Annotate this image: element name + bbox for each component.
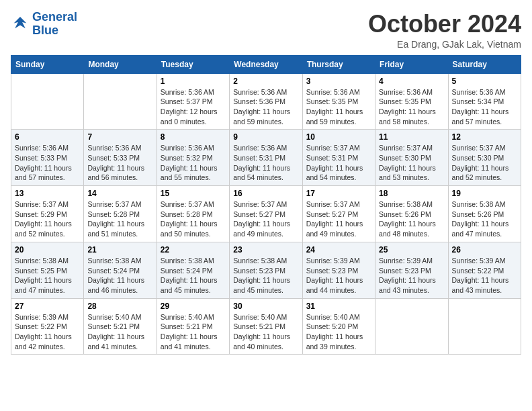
- day-number: 8: [161, 132, 226, 142]
- day-info: Sunrise: 5:37 AM Sunset: 5:27 PM Dayligh…: [306, 199, 371, 239]
- day-info: Sunrise: 5:37 AM Sunset: 5:31 PM Dayligh…: [306, 143, 371, 183]
- day-cell: 7Sunrise: 5:36 AM Sunset: 5:33 PM Daylig…: [84, 130, 157, 186]
- day-cell: 21Sunrise: 5:38 AM Sunset: 5:24 PM Dayli…: [84, 242, 157, 298]
- page-header: General Blue October 2024 Ea Drang, GJak…: [11, 11, 521, 50]
- day-info: Sunrise: 5:36 AM Sunset: 5:36 PM Dayligh…: [233, 87, 298, 127]
- day-info: Sunrise: 5:40 AM Sunset: 5:21 PM Dayligh…: [233, 312, 298, 352]
- day-info: Sunrise: 5:39 AM Sunset: 5:22 PM Dayligh…: [452, 256, 517, 295]
- day-cell: 13Sunrise: 5:37 AM Sunset: 5:29 PM Dayli…: [11, 186, 84, 242]
- day-number: 30: [233, 302, 298, 311]
- location: Ea Drang, GJak Lak, Vietnam: [368, 39, 521, 50]
- day-cell: 6Sunrise: 5:36 AM Sunset: 5:33 PM Daylig…: [11, 130, 84, 186]
- day-info: Sunrise: 5:39 AM Sunset: 5:23 PM Dayligh…: [379, 256, 444, 295]
- day-cell: [375, 298, 448, 355]
- day-number: 25: [379, 245, 444, 255]
- day-number: 20: [15, 245, 80, 255]
- week-row-2: 6Sunrise: 5:36 AM Sunset: 5:33 PM Daylig…: [11, 130, 521, 186]
- day-info: Sunrise: 5:37 AM Sunset: 5:28 PM Dayligh…: [161, 199, 226, 239]
- day-info: Sunrise: 5:38 AM Sunset: 5:26 PM Dayligh…: [379, 199, 444, 239]
- day-cell: 17Sunrise: 5:37 AM Sunset: 5:27 PM Dayli…: [302, 186, 375, 242]
- day-number: 14: [87, 189, 152, 198]
- day-cell: 1Sunrise: 5:36 AM Sunset: 5:37 PM Daylig…: [157, 73, 229, 130]
- day-cell: 30Sunrise: 5:40 AM Sunset: 5:21 PM Dayli…: [230, 298, 302, 355]
- day-number: 2: [233, 77, 298, 86]
- day-info: Sunrise: 5:36 AM Sunset: 5:31 PM Dayligh…: [233, 143, 298, 183]
- day-info: Sunrise: 5:38 AM Sunset: 5:24 PM Dayligh…: [87, 256, 152, 295]
- day-info: Sunrise: 5:40 AM Sunset: 5:21 PM Dayligh…: [87, 312, 152, 352]
- day-cell: 8Sunrise: 5:36 AM Sunset: 5:32 PM Daylig…: [157, 130, 229, 186]
- day-number: 27: [15, 302, 80, 311]
- day-number: 15: [161, 189, 226, 198]
- day-info: Sunrise: 5:39 AM Sunset: 5:23 PM Dayligh…: [306, 256, 371, 295]
- day-cell: 15Sunrise: 5:37 AM Sunset: 5:28 PM Dayli…: [157, 186, 229, 242]
- logo-text: General Blue: [32, 11, 77, 38]
- day-cell: [84, 73, 157, 130]
- day-info: Sunrise: 5:36 AM Sunset: 5:32 PM Dayligh…: [161, 143, 226, 183]
- day-cell: 27Sunrise: 5:39 AM Sunset: 5:22 PM Dayli…: [11, 298, 84, 355]
- day-cell: 20Sunrise: 5:38 AM Sunset: 5:25 PM Dayli…: [11, 242, 84, 298]
- day-cell: 2Sunrise: 5:36 AM Sunset: 5:36 PM Daylig…: [230, 73, 302, 130]
- weekday-header-friday: Friday: [375, 55, 448, 73]
- day-number: 31: [306, 302, 371, 311]
- day-cell: 12Sunrise: 5:37 AM Sunset: 5:30 PM Dayli…: [448, 130, 521, 186]
- weekday-header-row: SundayMondayTuesdayWednesdayThursdayFrid…: [11, 55, 521, 73]
- weekday-header-saturday: Saturday: [448, 55, 521, 73]
- weekday-header-sunday: Sunday: [11, 55, 84, 73]
- day-cell: 9Sunrise: 5:36 AM Sunset: 5:31 PM Daylig…: [230, 130, 302, 186]
- day-number: 22: [161, 245, 226, 255]
- day-cell: [11, 73, 84, 130]
- day-cell: 31Sunrise: 5:40 AM Sunset: 5:20 PM Dayli…: [302, 298, 375, 355]
- week-row-4: 20Sunrise: 5:38 AM Sunset: 5:25 PM Dayli…: [11, 242, 521, 298]
- day-cell: 29Sunrise: 5:40 AM Sunset: 5:21 PM Dayli…: [157, 298, 229, 355]
- weekday-header-tuesday: Tuesday: [157, 55, 229, 73]
- day-info: Sunrise: 5:38 AM Sunset: 5:25 PM Dayligh…: [15, 256, 80, 295]
- logo-line2: Blue: [32, 24, 58, 37]
- day-number: 24: [306, 245, 371, 255]
- day-number: 9: [233, 132, 298, 142]
- weekday-header-wednesday: Wednesday: [230, 55, 302, 73]
- day-info: Sunrise: 5:40 AM Sunset: 5:21 PM Dayligh…: [161, 312, 226, 352]
- weekday-header-thursday: Thursday: [302, 55, 375, 73]
- day-number: 6: [15, 132, 80, 142]
- calendar: SundayMondayTuesdayWednesdayThursdayFrid…: [11, 55, 521, 355]
- day-info: Sunrise: 5:37 AM Sunset: 5:30 PM Dayligh…: [379, 143, 444, 183]
- day-number: 3: [306, 77, 371, 86]
- day-info: Sunrise: 5:36 AM Sunset: 5:34 PM Dayligh…: [452, 87, 517, 127]
- day-cell: 25Sunrise: 5:39 AM Sunset: 5:23 PM Dayli…: [375, 242, 448, 298]
- day-info: Sunrise: 5:37 AM Sunset: 5:27 PM Dayligh…: [233, 199, 298, 239]
- day-cell: 4Sunrise: 5:36 AM Sunset: 5:35 PM Daylig…: [375, 73, 448, 130]
- day-cell: 18Sunrise: 5:38 AM Sunset: 5:26 PM Dayli…: [375, 186, 448, 242]
- month-title: October 2024: [368, 11, 521, 38]
- day-number: 16: [233, 189, 298, 198]
- day-info: Sunrise: 5:38 AM Sunset: 5:23 PM Dayligh…: [233, 256, 298, 295]
- day-cell: 3Sunrise: 5:36 AM Sunset: 5:35 PM Daylig…: [302, 73, 375, 130]
- title-block: October 2024 Ea Drang, GJak Lak, Vietnam: [368, 11, 521, 50]
- day-cell: 5Sunrise: 5:36 AM Sunset: 5:34 PM Daylig…: [448, 73, 521, 130]
- day-number: 13: [15, 189, 80, 198]
- day-number: 29: [161, 302, 226, 311]
- logo-icon: [11, 15, 30, 34]
- day-info: Sunrise: 5:36 AM Sunset: 5:33 PM Dayligh…: [15, 143, 80, 183]
- day-info: Sunrise: 5:39 AM Sunset: 5:22 PM Dayligh…: [15, 312, 80, 352]
- day-cell: 22Sunrise: 5:38 AM Sunset: 5:24 PM Dayli…: [157, 242, 229, 298]
- day-info: Sunrise: 5:37 AM Sunset: 5:30 PM Dayligh…: [452, 143, 517, 183]
- day-info: Sunrise: 5:36 AM Sunset: 5:33 PM Dayligh…: [87, 143, 152, 183]
- week-row-1: 1Sunrise: 5:36 AM Sunset: 5:37 PM Daylig…: [11, 73, 521, 130]
- day-number: 5: [452, 77, 517, 86]
- day-number: 28: [87, 302, 152, 311]
- day-number: 12: [452, 132, 517, 142]
- day-info: Sunrise: 5:37 AM Sunset: 5:28 PM Dayligh…: [87, 199, 152, 239]
- day-number: 1: [161, 77, 226, 86]
- day-cell: 19Sunrise: 5:38 AM Sunset: 5:26 PM Dayli…: [448, 186, 521, 242]
- day-cell: 24Sunrise: 5:39 AM Sunset: 5:23 PM Dayli…: [302, 242, 375, 298]
- weekday-header-monday: Monday: [84, 55, 157, 73]
- day-number: 10: [306, 132, 371, 142]
- day-cell: 23Sunrise: 5:38 AM Sunset: 5:23 PM Dayli…: [230, 242, 302, 298]
- day-number: 4: [379, 77, 444, 86]
- svg-marker-0: [14, 17, 27, 28]
- day-number: 11: [379, 132, 444, 142]
- week-row-5: 27Sunrise: 5:39 AM Sunset: 5:22 PM Dayli…: [11, 298, 521, 355]
- logo: General Blue: [11, 11, 77, 38]
- day-info: Sunrise: 5:36 AM Sunset: 5:35 PM Dayligh…: [306, 87, 371, 127]
- day-number: 17: [306, 189, 371, 198]
